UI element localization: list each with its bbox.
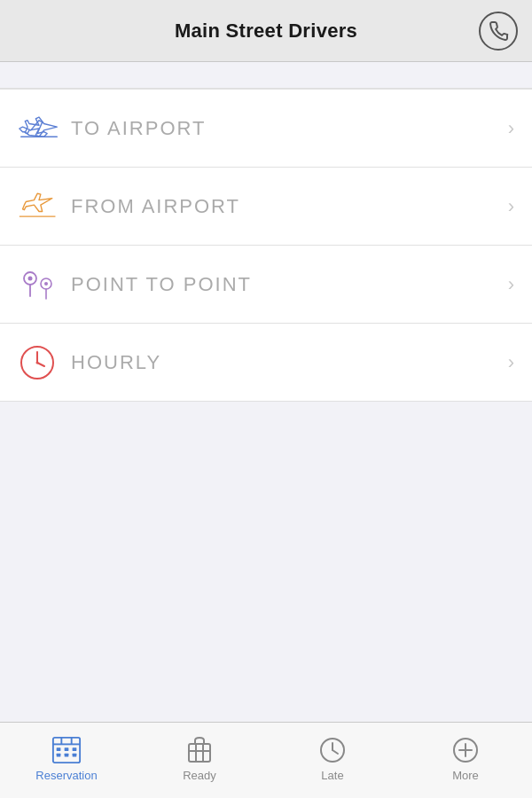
svg-rect-12 bbox=[57, 747, 61, 751]
tab-reservation[interactable]: Reservation bbox=[0, 723, 133, 798]
svg-rect-14 bbox=[73, 747, 77, 751]
svg-rect-13 bbox=[65, 747, 69, 751]
plane-to-icon bbox=[18, 113, 71, 145]
svg-rect-15 bbox=[57, 754, 61, 757]
tab-ready-label: Ready bbox=[183, 769, 216, 782]
more-icon bbox=[450, 735, 481, 765]
to-airport-label: TO AIRPORT bbox=[71, 117, 508, 140]
plane-from-icon bbox=[18, 191, 71, 223]
hourly-chevron: › bbox=[508, 351, 514, 374]
point-to-point-chevron: › bbox=[508, 273, 514, 296]
tab-late-label: Late bbox=[321, 769, 343, 782]
phone-button[interactable] bbox=[479, 12, 518, 51]
from-airport-label: FROM AIRPORT bbox=[71, 195, 508, 218]
svg-point-1 bbox=[28, 276, 33, 280]
late-icon bbox=[317, 735, 348, 765]
hourly-label: HOURLY bbox=[71, 351, 508, 374]
ready-icon bbox=[184, 735, 215, 765]
svg-line-24 bbox=[332, 750, 338, 754]
menu-item-point-to-point[interactable]: POINT TO POINT › bbox=[0, 246, 532, 324]
menu-item-hourly[interactable]: HOURLY › bbox=[0, 324, 532, 402]
tab-reservation-label: Reservation bbox=[35, 769, 97, 782]
app-header: Main Street Drivers bbox=[0, 0, 532, 62]
content-spacer bbox=[0, 402, 532, 579]
svg-point-7 bbox=[36, 361, 39, 364]
reservation-icon bbox=[51, 735, 82, 765]
svg-point-3 bbox=[44, 282, 48, 286]
menu-item-from-airport[interactable]: FROM AIRPORT › bbox=[0, 168, 532, 246]
to-airport-chevron: › bbox=[508, 117, 514, 140]
clock-icon bbox=[18, 343, 71, 382]
from-airport-chevron: › bbox=[508, 195, 514, 218]
pin-icon bbox=[18, 266, 71, 303]
tab-ready[interactable]: Ready bbox=[133, 723, 266, 798]
tab-bar: Reservation Ready Late bbox=[0, 722, 532, 798]
svg-rect-18 bbox=[189, 744, 210, 762]
point-to-point-label: POINT TO POINT bbox=[71, 273, 508, 296]
top-spacer bbox=[0, 62, 532, 89]
svg-rect-16 bbox=[65, 754, 69, 757]
menu-item-to-airport[interactable]: TO AIRPORT › bbox=[0, 90, 532, 168]
tab-more-label: More bbox=[452, 769, 479, 782]
svg-rect-17 bbox=[73, 754, 77, 757]
menu-list: TO AIRPORT › FROM AIRPORT › bbox=[0, 89, 532, 402]
tab-late[interactable]: Late bbox=[266, 723, 399, 798]
header-title: Main Street Drivers bbox=[175, 20, 357, 43]
tab-more[interactable]: More bbox=[399, 723, 532, 798]
phone-icon bbox=[488, 20, 509, 42]
